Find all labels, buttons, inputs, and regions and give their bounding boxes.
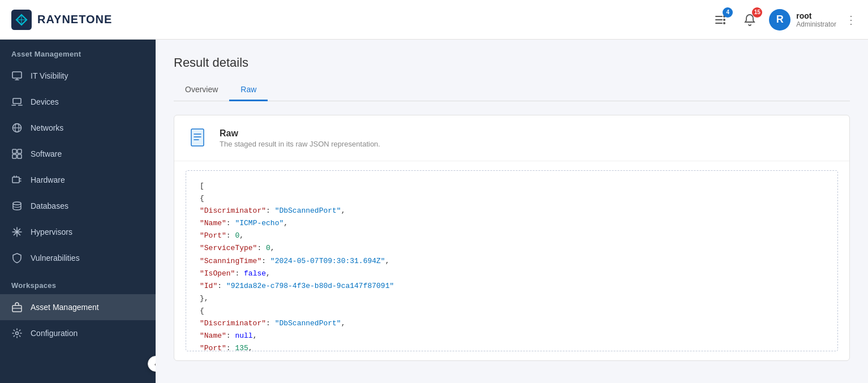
alerts-badge: 15: [752, 7, 762, 18]
raw-card: Raw The staged result in its raw JSON re…: [174, 115, 850, 361]
svg-point-5: [723, 19, 725, 21]
svg-rect-18: [12, 154, 16, 158]
svg-rect-10: [13, 98, 21, 104]
sidebar-item-vulnerabilities[interactable]: Vulnerabilities: [0, 245, 156, 271]
sidebar-item-it-visibility[interactable]: IT Visibility: [0, 63, 156, 89]
sidebar-item-it-visibility-label: IT Visibility: [31, 71, 68, 80]
logo-text: RAYNETONE: [37, 13, 112, 26]
globe-icon: [11, 122, 23, 134]
svg-point-25: [13, 202, 21, 205]
sidebar-item-asset-management-label: Asset Management: [31, 303, 99, 312]
svg-rect-16: [12, 149, 16, 153]
logo-icon: [11, 10, 32, 30]
sidebar-item-devices-label: Devices: [31, 97, 59, 106]
logo-area: RAYNETONE: [11, 10, 112, 30]
sidebar: Asset Management IT Visibility Devices: [0, 40, 156, 383]
main-layout: Asset Management IT Visibility Devices: [0, 40, 868, 383]
document-icon: [188, 127, 210, 149]
svg-rect-33: [191, 129, 204, 146]
list-badge: 4: [723, 7, 733, 18]
list-icon-button[interactable]: 4: [710, 10, 731, 30]
sidebar-item-hypervisors-label: Hypervisors: [31, 227, 72, 236]
user-info: root Administrator: [796, 11, 836, 28]
main-content: Result details Overview Raw: [156, 40, 868, 383]
tab-raw[interactable]: Raw: [229, 79, 268, 101]
sidebar-collapse-button[interactable]: ‹: [148, 356, 156, 372]
sidebar-item-devices[interactable]: Devices: [0, 89, 156, 115]
page-title: Result details: [174, 55, 850, 70]
sidebar-item-asset-management[interactable]: Asset Management: [0, 294, 156, 320]
sidebar-item-databases[interactable]: Databases: [0, 193, 156, 219]
card-title: Raw: [220, 128, 380, 139]
user-section[interactable]: R root Administrator: [769, 9, 836, 31]
briefcase-icon: [11, 302, 23, 313]
snowflake-icon: [11, 226, 23, 238]
sidebar-item-hypervisors[interactable]: Hypervisors: [0, 219, 156, 245]
svg-rect-17: [18, 149, 22, 153]
app-header: RAYNETONE 4 15 R root Admini: [0, 0, 868, 40]
hardware-icon: [11, 174, 23, 186]
sidebar-item-vulnerabilities-label: Vulnerabilities: [31, 253, 80, 262]
monitor-icon: [11, 70, 23, 81]
sidebar-item-hardware-label: Hardware: [31, 175, 65, 184]
sidebar-item-networks-label: Networks: [31, 123, 63, 132]
sidebar-item-databases-label: Databases: [31, 201, 68, 210]
tab-overview[interactable]: Overview: [174, 79, 229, 101]
sidebar-section-asset: Asset Management: [0, 40, 156, 63]
card-header-text: Raw The staged result in its raw JSON re…: [220, 128, 380, 148]
more-menu-button[interactable]: ⋮: [845, 13, 857, 27]
laptop-icon: [11, 96, 23, 107]
sidebar-item-software-label: Software: [31, 149, 62, 158]
svg-point-32: [16, 332, 19, 335]
json-viewer[interactable]: [ { "Discriminator": "DbScannedPort", "N…: [186, 170, 838, 351]
svg-rect-19: [18, 154, 22, 158]
user-name: root: [796, 11, 836, 20]
gear-icon: [11, 328, 23, 339]
shield-icon: [11, 252, 23, 264]
tabs-bar: Overview Raw: [174, 79, 850, 101]
sidebar-section-workspaces: Workspaces: [0, 271, 156, 294]
svg-rect-7: [12, 72, 22, 78]
card-subtitle: The staged result in its raw JSON repres…: [220, 140, 380, 148]
sidebar-item-configuration[interactable]: Configuration: [0, 320, 156, 346]
sidebar-item-software[interactable]: Software: [0, 141, 156, 167]
svg-rect-20: [12, 177, 19, 183]
grid-icon: [11, 148, 23, 160]
user-role: Administrator: [796, 20, 836, 28]
database-icon: [11, 200, 23, 212]
sidebar-item-configuration-label: Configuration: [31, 329, 78, 338]
svg-point-6: [723, 22, 725, 24]
card-header: Raw The staged result in its raw JSON re…: [174, 115, 849, 161]
sidebar-item-networks[interactable]: Networks: [0, 115, 156, 141]
header-right: 4 15 R root Administrator ⋮: [710, 9, 857, 31]
user-avatar: R: [769, 9, 790, 31]
bell-icon-button[interactable]: 15: [740, 10, 760, 30]
sidebar-item-hardware[interactable]: Hardware: [0, 167, 156, 193]
